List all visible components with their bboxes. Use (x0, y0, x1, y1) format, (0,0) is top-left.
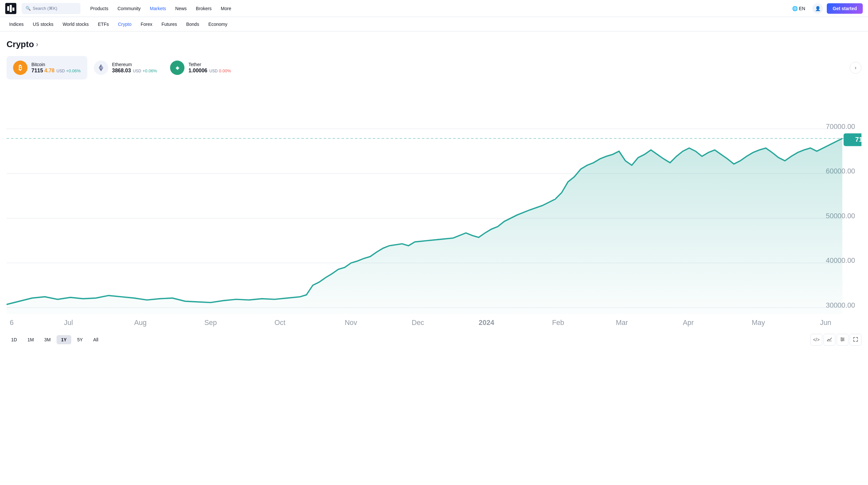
main-nav: Products Community Markets News Brokers … (86, 3, 786, 14)
settings-icon (840, 337, 845, 343)
svg-text:71165.34: 71165.34 (855, 136, 862, 143)
next-arrow-button[interactable]: › (850, 62, 862, 74)
tether-currency: USD (209, 69, 217, 73)
svg-text:◈: ◈ (175, 65, 180, 70)
subnav-indices[interactable]: Indices (5, 19, 28, 29)
nav-community[interactable]: Community (113, 3, 145, 14)
settings-button[interactable] (837, 334, 848, 346)
language-button[interactable]: 🌐 EN (789, 4, 808, 13)
ethereum-name: Ethereum (112, 62, 157, 67)
time-1d[interactable]: 1D (6, 335, 22, 344)
ethereum-change: +0.06% (143, 68, 157, 73)
svg-rect-3 (12, 7, 14, 11)
chart-type-icon (827, 337, 832, 343)
bitcoin-price-row: 71154.78USD +0.06% (31, 68, 81, 74)
svg-text:Aug: Aug (134, 319, 147, 326)
time-5y[interactable]: 5Y (72, 335, 87, 344)
tether-icon: ◈ (170, 61, 184, 75)
subnav-world-stocks[interactable]: World stocks (59, 19, 93, 29)
time-3m[interactable]: 3M (39, 335, 55, 344)
bitcoin-change: +0.06% (66, 68, 81, 73)
ethereum-info: Ethereum 3868.03 USD +0.06% (112, 62, 157, 74)
time-1m[interactable]: 1M (23, 335, 38, 344)
tether-change: 0.00% (219, 68, 231, 73)
svg-text:Feb: Feb (552, 319, 564, 326)
search-icon: 🔍 (26, 6, 31, 11)
ethereum-icon (94, 61, 108, 75)
ethereum-price-row: 3868.03 USD +0.06% (112, 68, 157, 74)
crypto-card-bitcoin[interactable]: ₿ Bitcoin 71154.78USD +0.06% (6, 56, 87, 80)
search-placeholder: Search (⌘K) (33, 6, 57, 11)
embed-icon: </> (813, 337, 819, 342)
bitcoin-info: Bitcoin 71154.78USD +0.06% (31, 62, 81, 74)
svg-text:Nov: Nov (345, 319, 357, 326)
svg-text:Dec: Dec (412, 319, 424, 326)
bitcoin-price-main: 7115 (31, 68, 43, 74)
time-controls: 1D 1M 3M 1Y 5Y All </> (6, 334, 862, 349)
svg-text:Jun: Jun (820, 319, 831, 326)
svg-point-40 (841, 337, 842, 338)
svg-text:6: 6 (10, 319, 14, 326)
header-right: 🌐 EN 👤 Get started (789, 3, 863, 14)
subnav-bonds[interactable]: Bonds (182, 19, 203, 29)
page-title: Crypto › (6, 39, 862, 50)
svg-text:Jul: Jul (64, 319, 73, 326)
svg-text:70000.00: 70000.00 (826, 123, 855, 131)
lang-label: EN (799, 6, 805, 11)
tether-name: Tether (188, 62, 231, 67)
subnav-forex[interactable]: Forex (137, 19, 156, 29)
subnav-etfs[interactable]: ETFs (94, 19, 113, 29)
search-bar[interactable]: 🔍 Search (⌘K) (22, 3, 81, 14)
nav-news[interactable]: News (171, 3, 191, 14)
bitcoin-name: Bitcoin (31, 62, 81, 67)
logo[interactable] (5, 3, 17, 14)
user-button[interactable]: 👤 (812, 3, 823, 14)
svg-text:Mar: Mar (616, 319, 628, 326)
svg-rect-1 (7, 6, 9, 11)
time-all[interactable]: All (89, 335, 103, 344)
chart-type-button[interactable] (824, 334, 835, 346)
time-1y[interactable]: 1Y (57, 335, 71, 344)
nav-products[interactable]: Products (86, 3, 113, 14)
header: 🔍 Search (⌘K) Products Community Markets… (0, 0, 868, 17)
main-content: Crypto › ₿ Bitcoin 71154.78USD +0.06% (0, 31, 868, 349)
svg-point-41 (843, 339, 844, 340)
ethereum-currency: USD (133, 69, 141, 73)
tether-price: 1.00006 (188, 68, 207, 74)
nav-markets[interactable]: Markets (145, 3, 171, 14)
crypto-card-tether[interactable]: ◈ Tether 1.00006 USD 0.00% (163, 56, 238, 80)
bitcoin-price-change: 4.78 (44, 68, 55, 74)
globe-icon: 🌐 (792, 6, 798, 11)
time-buttons: 1D 1M 3M 1Y 5Y All (6, 335, 103, 344)
crypto-card-ethereum[interactable]: Ethereum 3868.03 USD +0.06% (87, 56, 164, 80)
subnav-crypto[interactable]: Crypto (114, 19, 135, 29)
user-icon: 👤 (815, 6, 820, 11)
subnav-futures[interactable]: Futures (158, 19, 181, 29)
tether-info: Tether 1.00006 USD 0.00% (188, 62, 231, 74)
svg-text:May: May (751, 319, 765, 326)
svg-rect-2 (10, 5, 12, 12)
chart-wrapper: 30000.00 40000.00 50000.00 60000.00 7000… (6, 87, 862, 330)
sub-nav: Indices US stocks World stocks ETFs Cryp… (0, 17, 868, 31)
embed-button[interactable]: </> (810, 334, 822, 346)
get-started-button[interactable]: Get started (827, 3, 863, 14)
subnav-economy[interactable]: Economy (205, 19, 231, 29)
svg-text:Apr: Apr (683, 319, 694, 326)
fullscreen-button[interactable] (850, 334, 862, 346)
bitcoin-currency: USD (57, 69, 65, 73)
ethereum-price: 3868.03 (112, 68, 131, 74)
subnav-us-stocks[interactable]: US stocks (29, 19, 57, 29)
bitcoin-icon: ₿ (13, 61, 28, 75)
title-chevron: › (36, 40, 38, 49)
fullscreen-icon (853, 337, 858, 343)
svg-point-42 (841, 340, 842, 341)
nav-brokers[interactable]: Brokers (191, 3, 216, 14)
chart-tools: </> (810, 334, 862, 346)
tether-price-row: 1.00006 USD 0.00% (188, 68, 231, 74)
chart-container: 30000.00 40000.00 50000.00 60000.00 7000… (6, 87, 862, 349)
svg-text:Oct: Oct (274, 319, 285, 326)
title-text: Crypto (6, 39, 34, 50)
svg-text:Sep: Sep (205, 319, 217, 326)
crypto-cards: ₿ Bitcoin 71154.78USD +0.06% Ethe (6, 56, 862, 80)
nav-more[interactable]: More (216, 3, 236, 14)
